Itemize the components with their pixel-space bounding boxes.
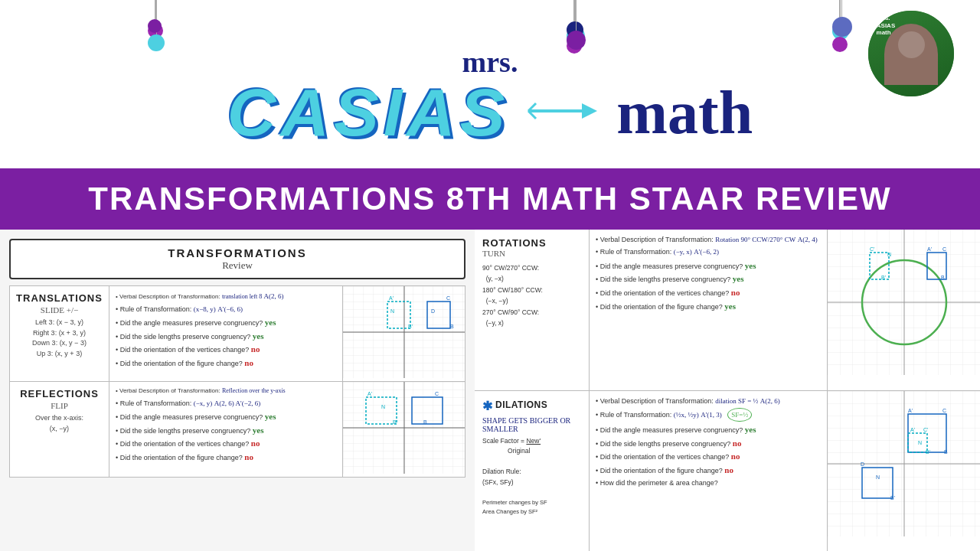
dilations-content: • Verbal Description of Transformation: … (590, 391, 827, 552)
svg-text:B': B' (926, 449, 930, 455)
reflections-q2: • Did the side lengths preserve congruen… (116, 424, 336, 438)
rotations-row: ROTATIONS TURN 90° CW/270° CCW: (y, −x) … (475, 230, 980, 391)
reflections-content: • Verbal Description of Transformation: … (109, 382, 342, 477)
translations-rule: • Rule of Transformation: (x−8, y) A'(−6… (116, 304, 336, 315)
svg-text:B': B' (393, 419, 397, 425)
dilations-verbal: • Verbal Description of Transformation: … (596, 396, 821, 406)
svg-text:C: C (446, 295, 450, 301)
reflections-q1: • Did the angle measures preserve congru… (116, 410, 336, 424)
dilations-q4: • Did the orientation of the figure chan… (596, 464, 821, 478)
svg-text:B': B' (408, 324, 413, 329)
svg-text:B: B (423, 419, 427, 425)
translations-verbal-label: • Verbal Description of Transformation: … (116, 291, 336, 302)
main-content: TRANSFORMATIONS Review TRANSLATIONS SLID… (0, 230, 980, 551)
translations-q3: • Did the orientation of the vertices ch… (116, 343, 336, 357)
svg-text:A': A' (389, 295, 394, 301)
svg-text:D: D (431, 308, 435, 314)
dilations-grid-svg: A' C B A' C' B' N D N B' (828, 391, 980, 536)
svg-text:C': C' (870, 246, 874, 252)
rotations-rule: • Rule of Transformation: (−y, x) A'(−6,… (596, 246, 821, 257)
translations-title: TRANSLATIONS (16, 292, 103, 304)
rotations-title: ROTATIONS (482, 237, 547, 249)
translations-detail: Left 3: (x − 3, y)Right 3: (x + 3, y)Dow… (32, 318, 87, 359)
translations-content: • Verbal Description of Transformation: … (109, 286, 342, 381)
dilations-graph: A' C B A' C' B' N D N B' (827, 391, 980, 552)
reflections-sub: FLIP (51, 401, 68, 410)
svg-text:D: D (861, 461, 864, 467)
translations-q2: • Did the side lengths preserve congruen… (116, 330, 336, 344)
svg-text:A': A' (910, 427, 915, 432)
svg-text:C': C' (923, 427, 928, 432)
rotations-label: ROTATIONS TURN 90° CW/270° CCW: (y, −x) … (475, 230, 590, 390)
translations-q1: • Did the angle measures preserve congru… (116, 316, 336, 330)
reflections-detail: Over the x-axis:(x, −y) (35, 413, 83, 434)
reflections-grid: C B A' N B' (343, 382, 465, 474)
svg-text:N: N (390, 308, 394, 314)
star-icon: ✱ (482, 399, 492, 413)
dilations-row: ✱ DILATIONS SHAPE GETS BIGGER OR SMALLER… (475, 391, 980, 552)
ornament-10 (832, 0, 852, 37)
svg-text:B': B' (881, 275, 886, 280)
rotations-q2: • Did the side lengths preserve congruen… (596, 272, 821, 286)
casias-label: CASIAS (227, 79, 510, 146)
translations-sub: SLIDE +/− (41, 305, 78, 315)
reflections-row: REFLECTIONS FLIP Over the x-axis:(x, −y)… (9, 382, 466, 478)
dilations-rule: • Rule of Transformation: (½x, ½y) A'(1,… (596, 408, 821, 422)
right-panel: ROTATIONS TURN 90° CW/270° CCW: (y, −x) … (475, 230, 980, 551)
dilations-detail: Scale Factor = New' Original Dilation Ru… (482, 436, 547, 517)
transformations-title: TRANSFORMATIONS (20, 246, 455, 259)
reflections-graph: C B A' N B' (342, 382, 465, 477)
svg-text:C: C (942, 408, 946, 413)
header: mrs. CASIAS math mrs.CASIASmath (0, 0, 980, 168)
svg-marker-1 (582, 103, 597, 119)
dilations-q3: • Did the orientation of the vertices ch… (596, 450, 821, 464)
svg-text:B: B (450, 324, 454, 329)
reflections-verbal-label: • Verbal Description of Transformation: … (116, 386, 336, 396)
reflections-title: REFLECTIONS (20, 388, 99, 399)
dilations-subtitle: SHAPE GETS BIGGER OR SMALLER (482, 416, 581, 433)
reflections-q4: • Did the orientation of the figure chan… (116, 451, 336, 465)
translations-grid: D C B A' N B' (343, 286, 465, 378)
ornament-7 (567, 0, 586, 50)
transformations-header: TRANSFORMATIONS Review (9, 239, 466, 279)
svg-text:A': A' (368, 391, 372, 396)
svg-text:N: N (918, 440, 922, 445)
translations-q4: • Did the orientation of the figure chan… (116, 357, 336, 370)
svg-text:B': B' (890, 495, 895, 500)
dilations-q2: • Did the side lengths preserve congruen… (596, 437, 821, 451)
dilations-title: DILATIONS (495, 399, 547, 412)
reflections-label: REFLECTIONS FLIP Over the x-axis:(x, −y) (10, 382, 109, 477)
rotations-graph: A' C C' B' B N (827, 230, 980, 390)
svg-text:B: B (944, 449, 948, 455)
dilations-q1: • Did the angle measures preserve congru… (596, 423, 821, 437)
avatar: mrs.CASIASmath (865, 8, 957, 99)
dilations-label: ✱ DILATIONS SHAPE GETS BIGGER OR SMALLER… (475, 391, 590, 552)
banner: TRANSFORMATIONS 8TH MATH STAAR REVIEW (0, 168, 980, 230)
rotations-detail: 90° CW/270° CCW: (y, −x) 180° CW/180° CC… (482, 262, 543, 329)
banner-text: TRANSFORMATIONS 8TH MATH STAAR REVIEW (88, 181, 891, 217)
rotations-q1: • Did the angle measures preserve congru… (596, 259, 821, 273)
rotations-content: • Verbal Description of Transformation: … (590, 230, 827, 390)
reflections-q3: • Did the orientation of the vertices ch… (116, 437, 336, 451)
reflections-rule: • Rule of Transformation: (−x, y) A(2, 6… (116, 398, 336, 409)
svg-text:N: N (887, 252, 891, 257)
ornament-3 (148, 0, 162, 33)
svg-text:C: C (942, 246, 946, 252)
rotations-q4: • Did the orientation of the figure chan… (596, 300, 821, 314)
svg-text:A': A' (908, 408, 913, 413)
transformations-sub: Review (20, 259, 455, 272)
rotations-subtitle: TURN (482, 249, 505, 258)
rotations-verbal: • Verbal Description of Transformation: … (596, 234, 821, 245)
translations-graph: D C B A' N B' (342, 286, 465, 381)
dilations-q5: • How did the perimeter & area change? (596, 478, 821, 488)
math-label: math (616, 82, 753, 143)
left-panel: TRANSFORMATIONS Review TRANSLATIONS SLID… (0, 230, 475, 551)
svg-text:N: N (381, 404, 385, 409)
translations-row: TRANSLATIONS SLIDE +/− Left 3: (x − 3, y… (9, 285, 466, 382)
rotations-grid-svg: A' C C' B' B N (828, 230, 980, 375)
translations-label: TRANSLATIONS SLIDE +/− Left 3: (x − 3, y… (10, 286, 109, 381)
arrow-decoration (524, 92, 601, 133)
svg-text:B: B (941, 275, 945, 280)
svg-text:N: N (876, 474, 880, 480)
svg-text:C: C (435, 391, 439, 396)
